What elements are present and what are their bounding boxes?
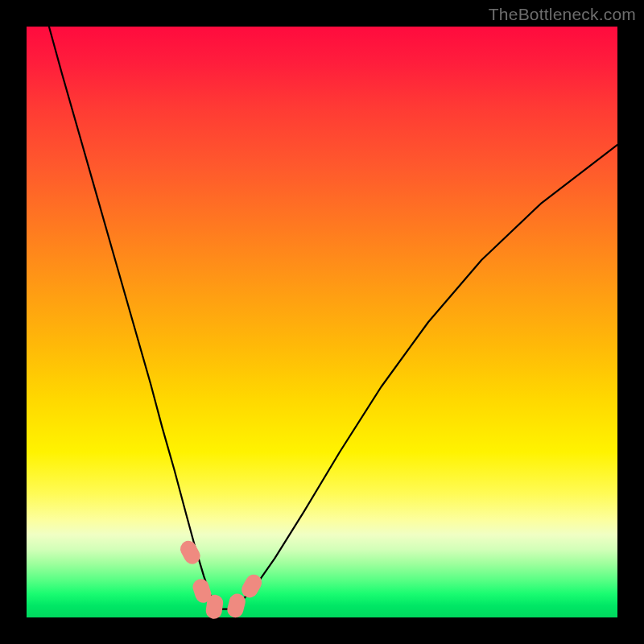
plot-area	[27, 27, 617, 617]
chart-frame: TheBottleneck.com	[0, 0, 644, 644]
watermark-text: TheBottleneck.com	[489, 5, 636, 24]
curve-marker	[225, 592, 247, 619]
bottleneck-curve	[27, 27, 617, 617]
